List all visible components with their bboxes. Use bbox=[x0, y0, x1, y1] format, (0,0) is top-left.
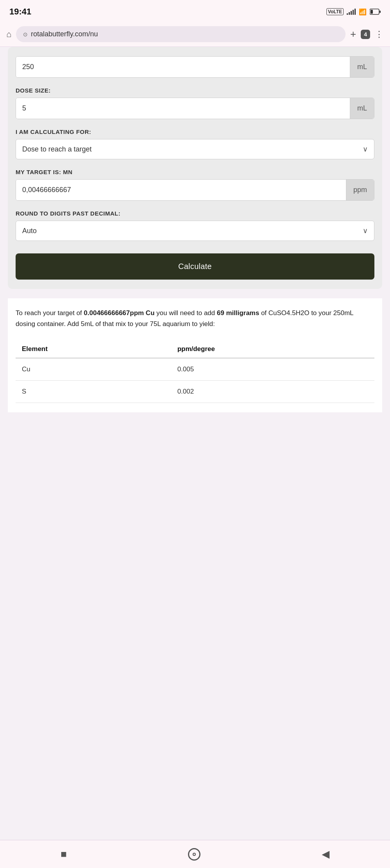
target-input-row: ppm bbox=[16, 179, 374, 201]
svg-rect-1 bbox=[379, 11, 381, 13]
calculate-button[interactable]: Calculate bbox=[16, 253, 374, 280]
table-ppm-cell: 0.005 bbox=[171, 358, 374, 381]
volume-input-row: mL bbox=[16, 56, 374, 78]
home-nav-button[interactable] bbox=[188, 848, 200, 861]
table-row: Cu0.005 bbox=[16, 358, 374, 381]
table-element-cell: S bbox=[16, 381, 171, 403]
main-content: mL DOSE SIZE: mL I AM CALCULATING FOR: D… bbox=[0, 47, 390, 412]
results-section: To reach your target of 0.00466666667ppm… bbox=[8, 298, 382, 412]
dose-size-input[interactable] bbox=[16, 98, 350, 119]
dose-size-label: DOSE SIZE: bbox=[16, 87, 374, 94]
home-icon[interactable]: ⌂ bbox=[6, 29, 11, 39]
add-tab-button[interactable]: + bbox=[350, 28, 356, 40]
table-ppm-cell: 0.002 bbox=[171, 381, 374, 403]
calculating-field-group: I AM CALCULATING FOR: Dose to reach a ta… bbox=[16, 128, 374, 159]
chevron-down-icon-2: ∨ bbox=[363, 226, 368, 235]
home-circle-icon bbox=[193, 853, 196, 856]
url-bar[interactable]: ⊙ rotalabutterfly.com/nu bbox=[16, 26, 346, 42]
amount-bold: 69 milligrams bbox=[217, 309, 259, 317]
calculating-value: Dose to reach a target bbox=[22, 145, 363, 153]
calculator-card: mL DOSE SIZE: mL I AM CALCULATING FOR: D… bbox=[8, 47, 382, 289]
table-element-cell: Cu bbox=[16, 358, 171, 381]
calculating-select[interactable]: Dose to reach a target ∨ bbox=[16, 139, 374, 159]
col-element-header: Element bbox=[16, 340, 171, 358]
browser-bar: ⌂ ⊙ rotalabutterfly.com/nu + 4 ⋮ bbox=[0, 22, 390, 47]
calculating-label: I AM CALCULATING FOR: bbox=[16, 128, 374, 135]
wifi-icon: 📶 bbox=[359, 8, 367, 16]
tab-count[interactable]: 4 bbox=[361, 30, 370, 39]
volume-input[interactable] bbox=[16, 57, 350, 77]
round-label: ROUND TO DIGITS PAST DECIMAL: bbox=[16, 210, 374, 217]
status-bar: 19:41 VoLTE 📶 4 bbox=[0, 0, 390, 22]
svg-text:4: 4 bbox=[370, 11, 372, 14]
back-button[interactable]: ◀ bbox=[322, 848, 330, 860]
col-ppm-header: ppm/degree bbox=[171, 340, 374, 358]
bottom-nav: ■ ◀ bbox=[0, 840, 390, 868]
volume-field-group: mL bbox=[16, 56, 374, 78]
target-unit: ppm bbox=[346, 180, 374, 200]
target-value-bold: 0.00466666667ppm Cu bbox=[84, 309, 154, 317]
volte-icon: VoLTE bbox=[326, 8, 344, 15]
more-menu-button[interactable]: ⋮ bbox=[375, 29, 384, 39]
table-row: S0.002 bbox=[16, 381, 374, 403]
security-icon: ⊙ bbox=[23, 31, 28, 37]
dose-size-field-group: DOSE SIZE: mL bbox=[16, 87, 374, 119]
status-time: 19:41 bbox=[9, 7, 31, 17]
stop-button[interactable]: ■ bbox=[60, 848, 67, 860]
chevron-down-icon: ∨ bbox=[363, 145, 368, 153]
dose-size-input-row: mL bbox=[16, 98, 374, 119]
round-select[interactable]: Auto ∨ bbox=[16, 221, 374, 241]
results-paragraph: To reach your target of 0.00466666667ppm… bbox=[16, 308, 374, 330]
target-input[interactable] bbox=[16, 180, 346, 200]
target-label: MY TARGET IS: MN bbox=[16, 169, 374, 175]
dose-size-unit: mL bbox=[350, 98, 374, 119]
volume-unit: mL bbox=[350, 57, 374, 77]
round-value: Auto bbox=[22, 227, 363, 235]
round-field-group: ROUND TO DIGITS PAST DECIMAL: Auto ∨ bbox=[16, 210, 374, 241]
url-text: rotalabutterfly.com/nu bbox=[31, 30, 98, 38]
results-table: Element ppm/degree Cu0.005S0.002 bbox=[16, 340, 374, 403]
target-field-group: MY TARGET IS: MN ppm bbox=[16, 169, 374, 201]
battery-icon: 4 bbox=[370, 9, 381, 15]
status-icons: VoLTE 📶 4 bbox=[326, 8, 381, 16]
signal-icon bbox=[347, 9, 356, 15]
